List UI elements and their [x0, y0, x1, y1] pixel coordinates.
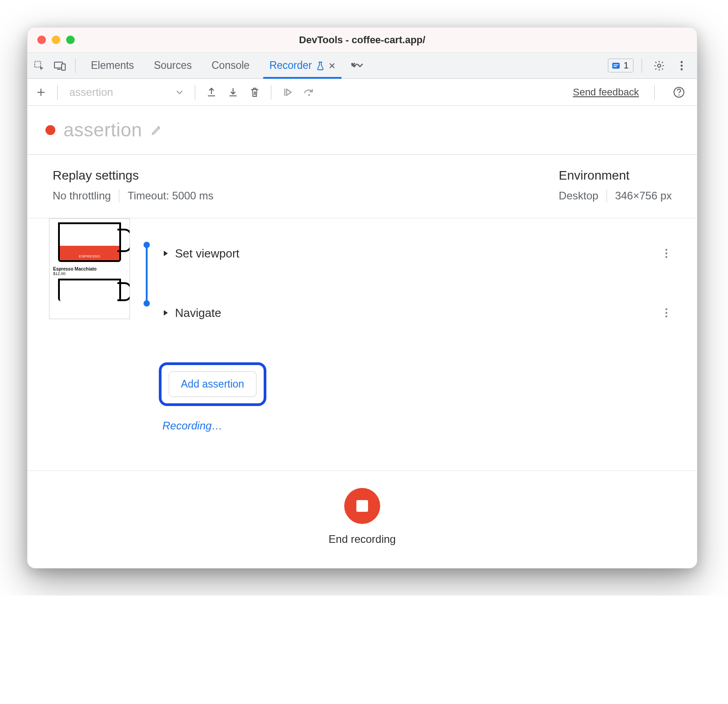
titlebar: DevTools - coffee-cart.app/ — [27, 27, 697, 53]
maximize-window-button[interactable] — [66, 36, 75, 44]
screenshot-thumbnail[interactable]: ESPRESSO Espresso Macchiato $12.00 — [49, 218, 130, 319]
step-menu-icon[interactable] — [665, 248, 679, 259]
step-row[interactable]: Set viewport — [162, 240, 679, 267]
svg-marker-13 — [164, 251, 168, 256]
cup-graphic-partial — [58, 279, 121, 301]
environment-heading: Environment — [559, 168, 672, 183]
timeline-dot — [144, 242, 150, 248]
step-row[interactable]: Navigate — [162, 299, 679, 326]
issues-icon — [611, 61, 621, 71]
recording-selector[interactable]: assertion — [65, 86, 188, 99]
step-menu-icon[interactable] — [665, 307, 679, 318]
svg-point-6 — [658, 64, 661, 67]
caret-right-icon — [162, 250, 169, 257]
add-assertion-button[interactable]: Add assertion — [169, 371, 256, 397]
svg-rect-2 — [62, 64, 65, 70]
recording-name: assertion — [63, 119, 142, 141]
end-recording-area: End recording — [27, 470, 697, 568]
environment-settings: Environment Desktop 346×756 px — [559, 168, 672, 203]
tab-console[interactable]: Console — [202, 53, 259, 78]
recording-indicator-icon — [45, 125, 55, 135]
new-recording-button[interactable] — [32, 83, 50, 101]
svg-point-15 — [665, 253, 667, 254]
thumbnail-item-name: Espresso Macchiato — [53, 266, 97, 271]
help-icon[interactable] — [670, 83, 688, 101]
cup-graphic: ESPRESSO — [58, 222, 121, 262]
svg-rect-4 — [613, 64, 618, 65]
tab-label: Elements — [91, 59, 134, 72]
edit-name-icon[interactable] — [150, 124, 163, 136]
send-feedback-link[interactable]: Send feedback — [573, 86, 639, 98]
replay-settings: Replay settings No throttling Timeout: 5… — [53, 168, 214, 203]
divider — [195, 85, 195, 99]
tab-recorder[interactable]: Recorder — [260, 53, 346, 78]
svg-point-7 — [681, 61, 683, 63]
environment-viewport[interactable]: 346×756 px — [615, 190, 672, 202]
stop-icon — [356, 500, 368, 512]
minimize-window-button[interactable] — [52, 36, 60, 44]
traffic-lights — [37, 36, 75, 44]
recording-header: assertion — [27, 106, 697, 155]
svg-rect-5 — [613, 66, 616, 67]
svg-point-10 — [308, 94, 310, 96]
svg-point-20 — [665, 316, 667, 317]
device-toolbar-icon[interactable] — [51, 57, 69, 75]
import-icon[interactable] — [224, 83, 242, 101]
flask-icon — [316, 61, 324, 70]
end-recording-button[interactable] — [344, 488, 380, 524]
close-window-button[interactable] — [37, 36, 46, 44]
screenshot-column: ESPRESSO Espresso Macchiato $12.00 — [45, 218, 131, 470]
steps-list: Set viewport Navigate Add assertion Reco… — [162, 218, 679, 470]
svg-rect-3 — [612, 63, 620, 68]
divider — [75, 59, 76, 73]
caret-right-icon — [162, 309, 169, 316]
tab-elements[interactable]: Elements — [81, 53, 144, 78]
svg-point-14 — [665, 249, 667, 251]
svg-marker-17 — [164, 310, 168, 316]
svg-point-12 — [679, 94, 680, 95]
settings-bar: Replay settings No throttling Timeout: 5… — [27, 155, 697, 218]
issues-count: 1 — [624, 60, 629, 71]
main-tabs-bar: Elements Sources Console Recorder — [27, 53, 697, 79]
divider — [271, 85, 271, 99]
divider — [642, 59, 642, 73]
add-assertion-highlight: Add assertion — [159, 362, 266, 406]
replay-icon[interactable] — [279, 83, 297, 101]
svg-point-16 — [665, 256, 667, 258]
svg-point-19 — [665, 312, 667, 314]
replay-settings-heading: Replay settings — [53, 168, 214, 183]
environment-device[interactable]: Desktop — [559, 190, 598, 202]
export-icon[interactable] — [202, 83, 220, 101]
svg-point-9 — [681, 68, 683, 70]
tab-sources[interactable]: Sources — [144, 53, 202, 78]
throttling-value[interactable]: No throttling — [53, 190, 111, 202]
svg-point-18 — [665, 308, 667, 310]
tab-label: Console — [211, 59, 249, 72]
divider — [607, 189, 607, 203]
end-recording-label: End recording — [328, 533, 395, 546]
step-over-icon[interactable] — [300, 83, 318, 101]
chevron-down-icon — [176, 90, 183, 95]
timeline-line — [146, 245, 148, 303]
delete-icon[interactable] — [246, 83, 264, 101]
inspect-element-icon[interactable] — [30, 57, 48, 75]
more-tabs-button[interactable] — [345, 53, 368, 78]
devtools-window: DevTools - coffee-cart.app/ Elements — [27, 27, 697, 569]
recording-selector-value: assertion — [69, 86, 113, 99]
issues-badge[interactable]: 1 — [608, 59, 634, 72]
tab-label: Sources — [154, 59, 192, 72]
timeout-value[interactable]: Timeout: 5000 ms — [127, 190, 213, 202]
timeline-dot — [144, 300, 150, 307]
step-label: Set viewport — [175, 247, 239, 261]
recorder-toolbar: assertion Send feedback — [27, 79, 697, 106]
divider — [119, 189, 119, 203]
settings-icon[interactable] — [650, 57, 668, 75]
tab-label: Recorder — [270, 59, 312, 72]
svg-point-8 — [681, 64, 683, 67]
kebab-menu-icon[interactable] — [673, 57, 691, 75]
close-tab-icon[interactable] — [329, 63, 335, 69]
timeline — [131, 218, 162, 470]
step-label: Navigate — [175, 306, 221, 320]
divider — [57, 85, 58, 99]
window-title: DevTools - coffee-cart.app/ — [27, 34, 697, 46]
